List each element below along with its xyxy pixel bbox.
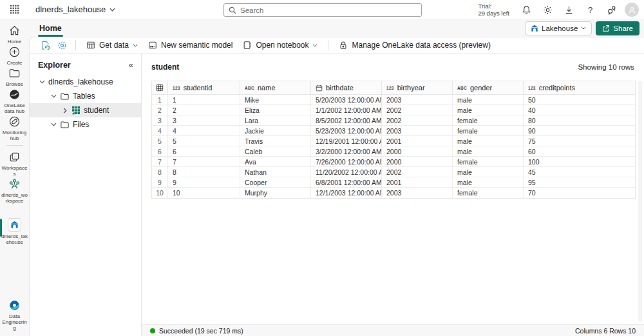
sidebar-item-dlnerds-workspace[interactable]: dlnerds_workspace: [0, 177, 29, 204]
table-cell[interactable]: 10: [152, 188, 168, 198]
table-cell[interactable]: male: [453, 177, 524, 187]
table-cell[interactable]: 2: [152, 105, 168, 115]
sidebar-item-data-engineering[interactable]: Data Engineering: [0, 298, 29, 331]
table-cell[interactable]: 50: [524, 95, 636, 104]
table-cell[interactable]: Eliza: [240, 105, 311, 115]
table-cell[interactable]: 2: [168, 105, 240, 115]
table-header-gender[interactable]: ABC gender: [453, 81, 524, 94]
table-cell[interactable]: 9: [168, 177, 240, 187]
open-notebook-button[interactable]: Open notebook: [238, 39, 322, 52]
table-cell[interactable]: 2002: [382, 115, 453, 125]
table-cell[interactable]: female: [453, 126, 524, 135]
sidebar-item-workspaces[interactable]: Workspaces: [0, 150, 29, 177]
collapse-panel-icon[interactable]: «: [129, 60, 133, 70]
table-cell[interactable]: 7: [152, 157, 168, 166]
table-cell[interactable]: 8/5/2002 12:00:00 AM: [311, 115, 382, 125]
tab-home[interactable]: Home: [35, 21, 66, 35]
table-cell[interactable]: male: [453, 105, 524, 115]
downloads-icon[interactable]: [558, 0, 580, 19]
table-header-creditpoints[interactable]: 123 creditpoints: [524, 81, 636, 94]
user-avatar[interactable]: [625, 3, 639, 17]
table-cell[interactable]: 3: [152, 115, 168, 125]
vertical-scrollbar[interactable]: [638, 81, 642, 322]
table-cell[interactable]: female: [453, 188, 524, 198]
table-cell[interactable]: Ava: [240, 157, 311, 166]
sidebar-item-home[interactable]: Home: [0, 23, 29, 44]
sidebar-item-create[interactable]: Create: [0, 44, 29, 66]
table-header-studentid[interactable]: 123 studentid: [168, 81, 240, 94]
table-cell[interactable]: 60: [524, 146, 636, 156]
table-cell[interactable]: 5/20/2003 12:00:00 AM: [311, 95, 382, 104]
table-cell[interactable]: Mike: [240, 95, 311, 104]
table-cell[interactable]: male: [453, 136, 524, 146]
table-cell[interactable]: 75: [524, 136, 636, 146]
table-cell[interactable]: 5: [168, 136, 240, 146]
table-cell[interactable]: 90: [524, 126, 636, 135]
manage-onelake-access-button[interactable]: Manage OneLake data access (preview): [334, 39, 495, 52]
table-cell[interactable]: 6: [152, 146, 168, 156]
table-cell[interactable]: 45: [524, 167, 636, 177]
table-cell[interactable]: 2002: [382, 167, 453, 177]
table-header-grid[interactable]: [152, 81, 168, 94]
tree-item-lakehouse-root[interactable]: dlnerds_lakehouse: [30, 75, 141, 89]
table-cell[interactable]: 8: [152, 167, 168, 177]
sidebar-item-browse[interactable]: Browse: [0, 66, 29, 87]
help-icon[interactable]: ?: [580, 0, 601, 19]
refresh-semantic-model-icon[interactable]: [37, 39, 53, 52]
table-cell[interactable]: 6: [168, 146, 240, 156]
sidebar-item-monitoring-hub[interactable]: Monitoring hub: [0, 114, 29, 141]
table-cell[interactable]: Caleb: [240, 146, 311, 156]
table-cell[interactable]: Nathan: [240, 167, 311, 177]
tree-item-tables[interactable]: Tables: [30, 89, 141, 103]
tree-item-student[interactable]: student: [30, 103, 141, 117]
notifications-bell-icon[interactable]: [516, 0, 537, 19]
table-cell[interactable]: 12/1/2003 12:00:00 AM: [311, 188, 382, 198]
table-cell[interactable]: 2003: [382, 126, 453, 135]
table-cell[interactable]: 4: [168, 126, 240, 135]
table-cell[interactable]: 70: [524, 188, 636, 198]
table-cell[interactable]: 80: [524, 115, 636, 125]
table-cell[interactable]: 2002: [382, 105, 453, 115]
table-header-birthdate[interactable]: birthdate: [311, 81, 382, 94]
table-cell[interactable]: 2001: [382, 136, 453, 146]
table-cell[interactable]: female: [453, 157, 524, 166]
table-cell[interactable]: 11/20/2002 12:00:00 AM: [311, 167, 382, 177]
table-cell[interactable]: 2000: [382, 146, 453, 156]
table-cell[interactable]: 1: [168, 95, 240, 104]
table-cell[interactable]: Murphy: [240, 188, 311, 198]
table-cell[interactable]: 9: [152, 177, 168, 187]
table-cell[interactable]: male: [453, 95, 524, 104]
table-cell[interactable]: 6/8/2001 12:00:00 AM: [311, 177, 382, 187]
search-input[interactable]: [240, 6, 417, 14]
table-cell[interactable]: 2001: [382, 177, 453, 187]
settings-gear-icon[interactable]: [537, 0, 558, 19]
sidebar-item-dlnerds-lakehouse[interactable]: dlnerds_lakehouse: [0, 217, 29, 245]
table-cell[interactable]: Jackie: [240, 126, 311, 135]
table-cell[interactable]: Travis: [240, 136, 311, 146]
workspace-name-menu[interactable]: dlnerds_lakehouse: [35, 5, 115, 14]
table-header-name[interactable]: ABC name: [240, 81, 311, 94]
table-cell[interactable]: 2003: [382, 95, 453, 104]
table-cell[interactable]: 8: [168, 167, 240, 177]
table-header-birthyear[interactable]: 123 birthyear: [382, 81, 453, 94]
toolbar-settings-gear-icon[interactable]: [54, 39, 70, 52]
new-semantic-model-button[interactable]: New semantic model: [144, 39, 237, 52]
table-cell[interactable]: male: [453, 146, 524, 156]
feedback-icon[interactable]: [601, 0, 622, 19]
get-data-button[interactable]: Get data: [82, 39, 142, 52]
table-cell[interactable]: 40: [524, 105, 636, 115]
tree-item-files[interactable]: Files: [30, 117, 141, 132]
table-cell[interactable]: 7/26/2000 12:00:00 AM: [311, 157, 382, 166]
sidebar-item-onelake-data-hub[interactable]: OneLake data hub: [0, 87, 29, 114]
table-cell[interactable]: male: [453, 167, 524, 177]
table-cell[interactable]: 7: [168, 157, 240, 166]
share-button[interactable]: Share: [596, 21, 639, 35]
table-cell[interactable]: 3: [168, 115, 240, 125]
table-cell[interactable]: 2000: [382, 157, 453, 166]
table-cell[interactable]: 95: [524, 177, 636, 187]
table-cell[interactable]: Lara: [240, 115, 311, 125]
app-launcher-icon[interactable]: [0, 0, 29, 19]
table-cell[interactable]: 1: [152, 95, 168, 104]
table-cell[interactable]: female: [453, 115, 524, 125]
table-cell[interactable]: Cooper: [240, 177, 311, 187]
